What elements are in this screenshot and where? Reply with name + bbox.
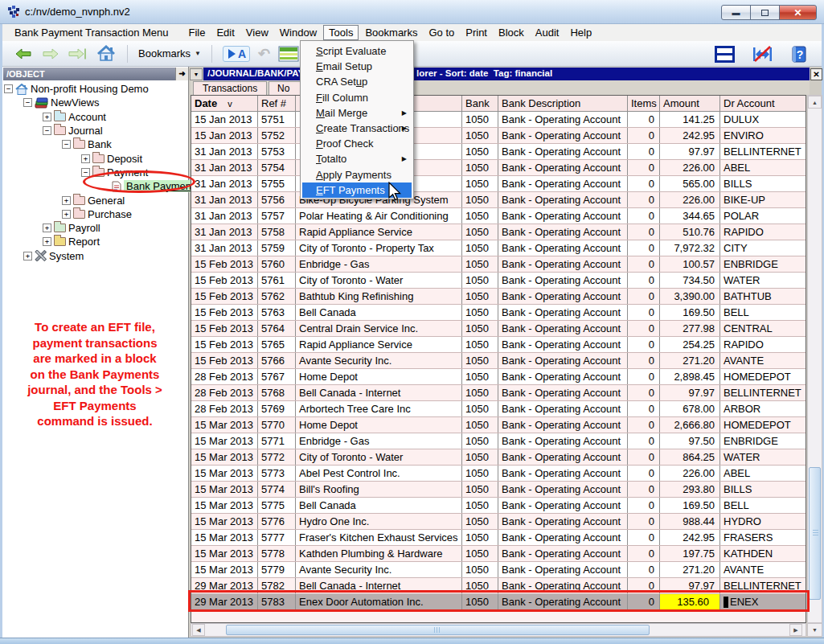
table-cell[interactable]: 15 Feb 2013: [191, 289, 258, 304]
table-row[interactable]: 15 Mar 20135771Enbridge - Gas1050Bank - …: [191, 433, 806, 449]
table-row[interactable]: 31 Jan 201357551050Bank - Operating Acco…: [191, 176, 806, 192]
collapse-icon[interactable]: −: [23, 98, 32, 107]
table-cell[interactable]: Bank - Operating Account: [498, 482, 628, 497]
table-cell[interactable]: 5768: [258, 385, 296, 400]
table-cell[interactable]: 28 Feb 2013: [191, 385, 258, 400]
tree-item-purchase[interactable]: +Purchase: [4, 207, 187, 221]
table-cell[interactable]: 254.25: [660, 337, 720, 352]
table-cell[interactable]: Home Depot: [296, 417, 462, 433]
table-cell[interactable]: Enbridge - Gas: [296, 256, 462, 272]
table-cell[interactable]: AVANTE: [720, 562, 806, 577]
table-cell[interactable]: 5763: [258, 305, 296, 320]
table-row[interactable]: 28 Feb 20135769Arbortech Tree Care Inc10…: [191, 401, 806, 417]
menubar-item-edit[interactable]: Edit: [211, 26, 239, 39]
table-cell[interactable]: 1050: [462, 498, 498, 513]
tree-item-report[interactable]: +Report: [4, 235, 187, 248]
table-cell[interactable]: HOMEDEPOT: [720, 417, 806, 433]
menu-item-apply-payments[interactable]: Apply Payments: [302, 167, 412, 183]
table-cell[interactable]: 31 Jan 2013: [191, 160, 258, 175]
table-cell[interactable]: 15 Feb 2013: [191, 321, 258, 336]
table-cell[interactable]: 293.80: [660, 482, 720, 497]
table-cell[interactable]: 15 Mar 2013: [191, 514, 258, 529]
table-cell[interactable]: Bank - Operating Account: [498, 224, 628, 240]
table-cell[interactable]: 1050: [462, 530, 498, 545]
maximize-button[interactable]: [750, 5, 780, 20]
table-cell[interactable]: 0: [628, 466, 660, 481]
table-row[interactable]: 31 Jan 20135757Polar Heating & Air Condi…: [191, 208, 806, 224]
table-cell[interactable]: BATHTUB: [720, 289, 806, 304]
table-cell[interactable]: 0: [628, 273, 660, 288]
menubar-item-view[interactable]: View: [241, 26, 273, 39]
table-cell[interactable]: 226.00: [660, 160, 720, 175]
table-cell[interactable]: 734.50: [660, 273, 720, 288]
table-cell[interactable]: 15 Mar 2013: [191, 498, 258, 513]
table-cell[interactable]: 1050: [462, 256, 498, 272]
table-cell[interactable]: 197.75: [660, 546, 720, 561]
column-header-dr-account[interactable]: Dr Account: [720, 96, 806, 112]
table-cell[interactable]: 97.50: [660, 433, 720, 449]
table-cell[interactable]: Bank - Operating Account: [498, 160, 628, 175]
table-cell[interactable]: CENTRAL: [720, 321, 806, 336]
table-row[interactable]: 15 Feb 20135762Bathtub King Refinishing1…: [191, 289, 806, 305]
table-cell[interactable]: 97.97: [660, 144, 720, 159]
table-cell[interactable]: Bank - Operating Account: [498, 514, 628, 529]
table-row[interactable]: 28 Feb 20135767Home Depot1050Bank - Oper…: [191, 369, 806, 385]
table-cell[interactable]: 242.95: [660, 128, 720, 143]
table-cell[interactable]: 7,972.32: [660, 240, 720, 256]
table-cell[interactable]: 5759: [258, 240, 296, 256]
table-cell[interactable]: ENVIRO: [720, 128, 806, 143]
table-cell[interactable]: 5774: [258, 482, 296, 497]
table-cell[interactable]: KATHDEN: [720, 546, 806, 561]
table-row[interactable]: 15 Mar 20135775Bell Canada1050Bank - Ope…: [191, 498, 806, 514]
scroll-right-icon[interactable]: ▶: [789, 624, 802, 636]
table-cell[interactable]: 15 Mar 2013: [191, 433, 258, 449]
column-header-amount[interactable]: Amount: [660, 96, 720, 112]
table-cell[interactable]: Bank - Operating Account: [498, 208, 628, 224]
table-cell[interactable]: Avante Security Inc.: [296, 562, 462, 577]
table-row[interactable]: 15 Mar 20135779Avante Security Inc.1050B…: [191, 562, 806, 578]
table-cell[interactable]: 15 Mar 2013: [191, 482, 258, 497]
table-cell[interactable]: 988.44: [660, 514, 720, 529]
table-row[interactable]: 15 Feb 20135761City of Toronto - Water10…: [191, 273, 806, 289]
table-cell[interactable]: Bank - Operating Account: [498, 321, 628, 336]
table-cell[interactable]: Bank - Operating Account: [498, 562, 628, 577]
table-cell[interactable]: 1050: [462, 369, 498, 384]
table-cell[interactable]: Rapid Appliance Service: [296, 224, 462, 240]
table-cell[interactable]: 2,898.45: [660, 369, 720, 384]
table-cell[interactable]: 1050: [462, 433, 498, 449]
table-cell[interactable]: ARBOR: [720, 401, 806, 416]
table-row[interactable]: 31 Jan 201357541050Bank - Operating Acco…: [191, 160, 806, 176]
table-cell[interactable]: Fraser's Kitchen Exhaust Services: [296, 530, 462, 545]
close-icon[interactable]: ✕: [810, 68, 822, 80]
table-row[interactable]: 15 Mar 20135772City of Toronto - Water10…: [191, 449, 806, 466]
table-cell[interactable]: 277.98: [660, 321, 720, 336]
table-row[interactable]: 15 Feb 20135766Avante Security Inc.1050B…: [191, 353, 806, 369]
table-cell[interactable]: 1050: [462, 337, 498, 352]
table-cell[interactable]: 31 Jan 2013: [191, 208, 258, 224]
table-cell[interactable]: 100.57: [660, 256, 720, 272]
menu-item-totalto[interactable]: Totalto▶: [302, 151, 412, 166]
table-cell[interactable]: 1050: [462, 449, 498, 465]
table-cell[interactable]: 678.00: [660, 401, 720, 416]
table-cell[interactable]: 0: [628, 192, 660, 207]
table-cell[interactable]: Hydro One Inc.: [296, 514, 462, 529]
table-cell[interactable]: Bank - Operating Account: [498, 546, 628, 561]
table-cell[interactable]: Bank - Operating Account: [498, 353, 628, 368]
table-row[interactable]: 15 Feb 20135764Central Drain Service Inc…: [191, 321, 806, 337]
table-cell[interactable]: 565.00: [660, 176, 720, 191]
table-cell[interactable]: 242.95: [660, 530, 720, 545]
tree-item-payroll[interactable]: +Payroll: [4, 221, 187, 235]
menu-item-email-setup[interactable]: Email Setup: [302, 59, 412, 74]
expand-icon[interactable]: +: [43, 237, 51, 246]
table-cell[interactable]: Bank - Operating Account: [498, 144, 628, 159]
tree-item-deposit[interactable]: +Deposit: [4, 151, 187, 165]
table-cell[interactable]: 1050: [462, 128, 498, 143]
table-cell[interactable]: 5758: [258, 224, 296, 240]
table-cell[interactable]: 0: [628, 224, 660, 240]
menu-item-proof-check[interactable]: Proof Check: [302, 136, 412, 151]
table-cell[interactable]: BELL: [720, 498, 806, 513]
table-cell[interactable]: 15 Mar 2013: [191, 562, 258, 577]
table-cell[interactable]: 1050: [462, 321, 498, 336]
table-cell[interactable]: BIKE-UP: [720, 192, 806, 207]
menubar-item-tools[interactable]: Tools: [323, 25, 359, 40]
